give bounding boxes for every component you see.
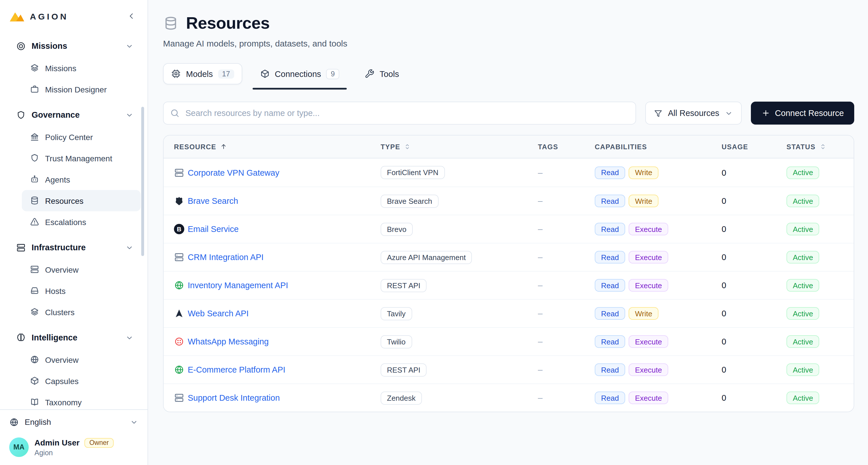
type-pill: Zendesk	[381, 391, 422, 404]
type-pill: FortiClient VPN	[381, 166, 445, 179]
status-cell: Active	[776, 307, 854, 320]
brave-icon	[174, 196, 184, 206]
column-label: RESOURCE	[174, 143, 216, 151]
resource-link[interactable]: Email Service	[188, 224, 239, 234]
type-cell: Zendesk	[370, 391, 528, 404]
sidebar-section-infrastructure[interactable]: Infrastructure	[7, 236, 141, 259]
column-header-resource[interactable]: RESOURCE	[164, 143, 370, 151]
avatar: MA	[9, 437, 29, 457]
sidebar-item-overview[interactable]: Overview	[22, 259, 141, 280]
sidebar-item-label: Overview	[45, 355, 79, 364]
resource-link[interactable]: Web Search API	[188, 309, 249, 318]
policy-icon	[30, 132, 39, 142]
usage-cell: 0	[711, 337, 776, 346]
sidebar-item-clusters[interactable]: Clusters	[22, 301, 141, 322]
column-label: CAPABILITIES	[595, 143, 647, 151]
tab-connections[interactable]: Connections9	[252, 63, 347, 84]
user-menu[interactable]: MA Admin User Owner Agion	[0, 434, 148, 465]
status-badge: Active	[786, 166, 819, 179]
main-content: Resources Manage AI models, prompts, dat…	[148, 0, 868, 465]
type-cell: Brave Search	[370, 194, 528, 208]
search-icon	[170, 108, 180, 118]
sidebar-collapse-button[interactable]	[125, 9, 138, 23]
sidebar-header: AGION	[0, 0, 148, 32]
language-selector[interactable]: English	[0, 410, 148, 434]
sort-asc-icon	[220, 143, 227, 150]
tavily-icon	[174, 308, 184, 319]
resource-link[interactable]: Inventory Management API	[188, 281, 288, 290]
resource-link[interactable]: WhatsApp Messaging	[188, 337, 269, 346]
sidebar-item-missions[interactable]: Missions	[22, 57, 141, 79]
tab-models[interactable]: Models17	[163, 63, 242, 84]
cpu-icon	[171, 69, 181, 79]
sidebar-item-policy-center[interactable]: Policy Center	[22, 126, 141, 148]
capabilities-cell: ReadWrite	[584, 166, 711, 179]
globe-green-icon	[174, 365, 184, 375]
status-badge: Active	[786, 279, 819, 291]
table-row-inventory-management-api: Inventory Management APIREST API–ReadExe…	[164, 271, 854, 299]
column-header-tags[interactable]: TAGS	[528, 143, 584, 151]
page-header: Resources	[163, 14, 854, 33]
connect-resource-button[interactable]: Connect Resource	[751, 102, 854, 125]
sidebar-item-taxonomy[interactable]: Taxonomy	[22, 392, 141, 409]
chevron-down-icon	[125, 111, 134, 119]
sidebar-section-missions[interactable]: Missions	[7, 34, 141, 57]
resource-link[interactable]: Brave Search	[188, 196, 238, 206]
capability-badge-execute: Execute	[629, 251, 668, 264]
type-cell: Twilio	[370, 335, 528, 348]
column-header-status[interactable]: STATUS	[776, 143, 854, 151]
column-label: TYPE	[381, 143, 400, 151]
sidebar-item-resources[interactable]: Resources	[22, 190, 141, 211]
globe-green-icon	[174, 280, 184, 290]
type-cell: Brevo	[370, 222, 528, 236]
sidebar-section-governance[interactable]: Governance	[7, 103, 141, 126]
capability-badge-read: Read	[595, 392, 625, 404]
sidebar-section-intelligence[interactable]: Intelligence	[7, 326, 141, 349]
column-label: USAGE	[722, 143, 748, 151]
usage-cell: 0	[711, 168, 776, 177]
usage-cell: 0	[711, 393, 776, 402]
resource-link[interactable]: Support Desk Integration	[188, 393, 280, 402]
resource-cell: E-Commerce Platform API	[164, 365, 370, 375]
filter-dropdown[interactable]: All Resources	[646, 102, 742, 125]
tab-tools[interactable]: Tools	[357, 64, 406, 84]
capabilities-cell: ReadExecute	[584, 251, 711, 264]
server-icon	[174, 252, 184, 262]
sidebar-item-hosts[interactable]: Hosts	[22, 280, 141, 301]
capabilities-cell: ReadExecute	[584, 223, 711, 236]
twilio-icon	[174, 336, 184, 347]
resource-link[interactable]: E-Commerce Platform API	[188, 365, 285, 374]
designer-icon	[30, 85, 39, 94]
resource-link[interactable]: CRM Integration API	[188, 253, 264, 262]
column-header-type[interactable]: TYPE	[370, 143, 528, 151]
status-cell: Active	[776, 251, 854, 264]
globe-icon	[30, 355, 39, 365]
table-row-support-desk-integration: Support Desk IntegrationZendesk–ReadExec…	[164, 383, 854, 412]
search-input[interactable]	[163, 102, 637, 125]
resource-link[interactable]: Corporate VPN Gateway	[188, 168, 279, 177]
sidebar-item-agents[interactable]: Agents	[22, 169, 141, 190]
resource-cell: WhatsApp Messaging	[164, 336, 370, 347]
capabilities-cell: ReadExecute	[584, 279, 711, 291]
agion-logo-icon	[9, 10, 25, 22]
section-label: Missions	[32, 41, 67, 51]
globe-icon	[9, 417, 19, 427]
tab-label: Connections	[275, 69, 321, 79]
type-pill: REST API	[381, 279, 427, 292]
column-header-capabilities[interactable]: CAPABILITIES	[584, 143, 711, 151]
sidebar-item-mission-designer[interactable]: Mission Designer	[22, 79, 141, 100]
sidebar-footer: English MA Admin User Owner Agion	[0, 409, 148, 465]
column-header-usage[interactable]: USAGE	[711, 143, 776, 151]
status-cell: Active	[776, 363, 854, 376]
usage-cell: 0	[711, 253, 776, 262]
type-pill: Azure API Management	[381, 251, 472, 264]
usage-cell: 0	[711, 309, 776, 318]
resources-table: RESOURCETYPETAGSCAPABILITIESUSAGESTATUS …	[163, 135, 854, 412]
sidebar-item-escalations[interactable]: Escalations	[22, 211, 141, 232]
sidebar-item-trust-management[interactable]: Trust Management	[22, 148, 141, 169]
sidebar-item-overview[interactable]: Overview	[22, 349, 141, 370]
sidebar-scrollbar[interactable]	[141, 107, 144, 256]
capability-badge-execute: Execute	[629, 279, 668, 291]
governance-icon	[16, 110, 26, 120]
sidebar-item-capsules[interactable]: Capsules	[22, 370, 141, 392]
